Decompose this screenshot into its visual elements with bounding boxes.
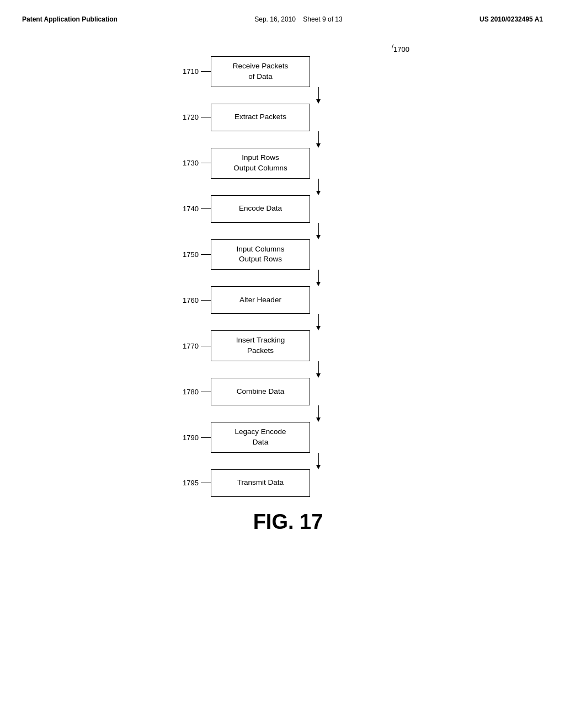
node-label-1770: 1770 bbox=[150, 342, 211, 350]
node-label-1760: 1760 bbox=[150, 296, 211, 304]
node-label-1730: 1730 bbox=[150, 159, 211, 167]
node-label-1750: 1750 bbox=[150, 250, 211, 259]
diagram-container: / 1700 1710 Receive Packets of Data bbox=[0, 51, 565, 534]
node-label-1790: 1790 bbox=[150, 433, 211, 442]
header-center: Sep. 16, 2010 Sheet 9 of 13 bbox=[254, 15, 342, 23]
svg-marker-1 bbox=[316, 99, 321, 104]
node-row-1730: 1730 Input Rows Output Columns bbox=[150, 148, 426, 179]
header-date: Sep. 16, 2010 bbox=[254, 15, 296, 23]
flowbox-1795: Transmit Data bbox=[211, 469, 310, 497]
arrow-1720-1730 bbox=[269, 131, 368, 148]
node-row-1795: 1795 Transmit Data bbox=[150, 469, 426, 497]
tick-1740 bbox=[201, 208, 211, 209]
flowbox-1710: Receive Packets of Data bbox=[211, 56, 310, 87]
flowbox-1770: Insert Tracking Packets bbox=[211, 330, 310, 361]
arrow-1750-1760 bbox=[269, 270, 368, 286]
arrow-1740-1750 bbox=[269, 223, 368, 239]
svg-marker-11 bbox=[316, 326, 321, 330]
flowbox-1750: Input Columns Output Rows bbox=[211, 239, 310, 270]
header-sheet: Sheet 9 of 13 bbox=[303, 15, 342, 23]
flowbox-1760: Alter Header bbox=[211, 286, 310, 314]
tick-1710 bbox=[201, 71, 211, 72]
node-row-1740: 1740 Encode Data bbox=[150, 195, 426, 223]
tick-1730 bbox=[201, 163, 211, 163]
figure-caption: FIG. 17 bbox=[253, 510, 323, 534]
arrow-1710-1720 bbox=[269, 87, 368, 104]
node-row-1750: 1750 Input Columns Output Rows bbox=[150, 239, 426, 270]
flowbox-1790: Legacy Encode Data bbox=[211, 422, 310, 453]
node-label-1720: 1720 bbox=[150, 113, 211, 121]
flowbox-1730: Input Rows Output Columns bbox=[211, 148, 310, 179]
tick-1770 bbox=[201, 346, 211, 346]
node-row-1760: 1760 Alter Header bbox=[150, 286, 426, 314]
svg-marker-15 bbox=[316, 417, 321, 422]
node-label-1710: 1710 bbox=[150, 67, 211, 76]
arrow-1780-1790 bbox=[269, 405, 368, 422]
node-label-1780: 1780 bbox=[150, 388, 211, 396]
arrow-1770-1780 bbox=[269, 361, 368, 378]
tick-1720 bbox=[201, 117, 211, 117]
node-label-1795: 1795 bbox=[150, 479, 211, 487]
tick-1795 bbox=[201, 483, 211, 483]
node-row-1770: 1770 Insert Tracking Packets bbox=[150, 330, 426, 361]
flowbox-1780: Combine Data bbox=[211, 378, 310, 405]
arrow-1790-1795 bbox=[269, 453, 368, 469]
svg-marker-13 bbox=[316, 373, 321, 378]
svg-marker-7 bbox=[316, 235, 321, 239]
svg-marker-3 bbox=[316, 143, 321, 148]
tick-1760 bbox=[201, 300, 211, 301]
svg-marker-5 bbox=[316, 191, 321, 195]
arrow-1760-1770 bbox=[269, 314, 368, 330]
diagram-title-label: / 1700 bbox=[392, 45, 409, 53]
flowbox-1720: Extract Packets bbox=[211, 104, 310, 131]
node-row-1720: 1720 Extract Packets bbox=[150, 104, 426, 131]
flow-chart: 1710 Receive Packets of Data 1720 Extrac… bbox=[150, 56, 426, 497]
svg-marker-17 bbox=[316, 465, 321, 469]
node-row-1790: 1790 Legacy Encode Data bbox=[150, 422, 426, 453]
node-row-1710: 1710 Receive Packets of Data bbox=[150, 56, 426, 87]
svg-marker-9 bbox=[316, 282, 321, 286]
flowbox-1740: Encode Data bbox=[211, 195, 310, 223]
tick-1750 bbox=[201, 254, 211, 255]
node-row-1780: 1780 Combine Data bbox=[150, 378, 426, 405]
header-right: US 2010/0232495 A1 bbox=[479, 15, 543, 23]
tick-1790 bbox=[201, 437, 211, 438]
arrow-1730-1740 bbox=[269, 179, 368, 195]
tick-1780 bbox=[201, 392, 211, 392]
node-label-1740: 1740 bbox=[150, 205, 211, 213]
page-header: Patent Application Publication Sep. 16, … bbox=[0, 0, 565, 23]
header-left: Patent Application Publication bbox=[22, 15, 118, 23]
